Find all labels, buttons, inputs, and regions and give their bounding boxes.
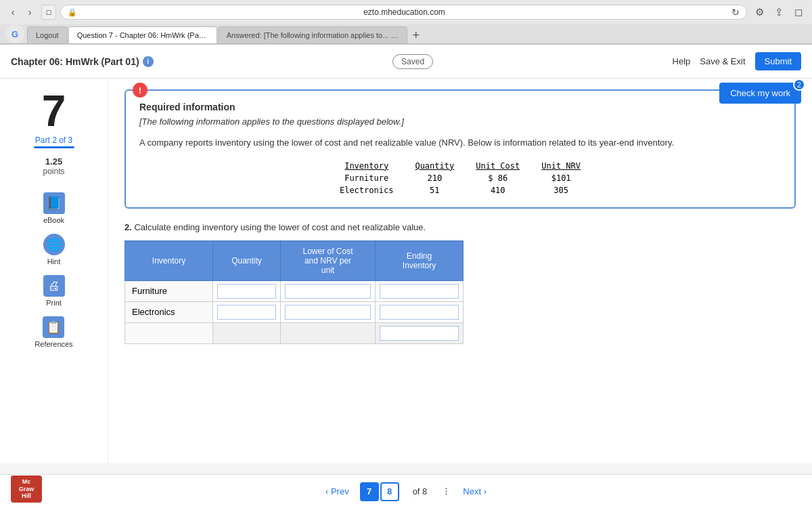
current-page[interactable]: 7 — [360, 482, 379, 501]
cell-total-ending-input[interactable] — [376, 322, 464, 343]
next-button[interactable]: Next › — [463, 486, 487, 496]
points-label: points — [43, 167, 64, 176]
cell-electronics-qty-input[interactable] — [213, 301, 281, 322]
references-label: References — [35, 340, 72, 348]
saved-badge: Saved — [392, 54, 433, 69]
check-my-work-button[interactable]: Check my work 2 — [719, 83, 801, 104]
required-title: Required information — [139, 102, 781, 112]
hint-label: Hint — [47, 257, 61, 266]
share-button[interactable]: ⇪ — [771, 4, 787, 20]
tab-bartleby[interactable]: Answered: [The following information app… — [218, 26, 407, 43]
cell-furniture-nrv: $101 — [531, 172, 591, 184]
question-description: Calculate ending inventory using the low… — [134, 222, 426, 232]
left-sidebar: 7 Part 2 of 3 1.25 points 📘 eBook 🌐 Hint… — [0, 79, 108, 463]
window-button[interactable]: □ — [41, 5, 56, 20]
cell-electronics-cost: 410 — [465, 184, 531, 196]
ebook-tool[interactable]: 📘 eBook — [43, 192, 65, 224]
ebook-label: eBook — [43, 216, 64, 224]
print-tool[interactable]: 🖨 Print — [43, 275, 65, 307]
question-number-label: 2. — [125, 222, 132, 232]
new-tab-button[interactable]: + — [408, 27, 424, 43]
row-total — [125, 322, 464, 343]
bottom-nav: McGrawHill ‹ Prev 7 8 of 8 ⁝ Next › — [0, 474, 812, 508]
back-button[interactable]: ‹ — [5, 5, 20, 20]
print-label: Print — [46, 299, 62, 307]
tab-bar: G Logout Question 7 - Chapter 06: HmWrk … — [0, 24, 812, 44]
cell-furniture-ending-input[interactable] — [376, 280, 464, 301]
part-label: Part 2 of 3 — [35, 135, 72, 145]
page-input-wrap: 7 8 — [360, 482, 399, 501]
hint-tool[interactable]: 🌐 Hint — [43, 234, 65, 266]
info-data-table: Inventory Quantity Unit Cost Unit NRV Fu… — [329, 160, 591, 196]
cell-electronics-qty: 51 — [404, 184, 465, 196]
logo-text: McGrawHill — [19, 478, 35, 500]
label-furniture: Furniture — [125, 280, 213, 301]
info-body-text: A company reports inventory using the lo… — [139, 136, 781, 150]
th-lower-cost: Lower of Costand NRV perunit — [281, 240, 376, 280]
table-row: Furniture 210 $ 86 $101 — [329, 172, 591, 184]
app-header: Chapter 06: HmWrk (Part 01) i Saved Help… — [0, 45, 812, 79]
cell-furniture-cost: $ 86 — [465, 172, 531, 184]
cell-electronics-name: Electronics — [329, 184, 404, 196]
tab-logout[interactable]: Logout — [27, 26, 68, 43]
part-underline — [34, 146, 74, 148]
table-row: Electronics 51 410 305 — [329, 184, 591, 196]
help-button[interactable]: Help — [673, 56, 691, 66]
exclamation-icon: ! — [133, 83, 148, 98]
label-electronics: Electronics — [125, 301, 213, 322]
cell-electronics-lower-input[interactable] — [281, 301, 376, 322]
cell-furniture-name: Furniture — [329, 172, 404, 184]
prev-button[interactable]: ‹ Prev — [325, 486, 349, 496]
grid-icon[interactable]: ⁝ — [445, 485, 448, 498]
col-unit-cost: Unit Cost — [465, 160, 531, 172]
electronics-lower-input[interactable] — [285, 305, 371, 320]
total-ending-input[interactable] — [380, 326, 459, 341]
electronics-ending-input[interactable] — [380, 305, 459, 320]
references-icon: 📋 — [43, 316, 64, 338]
cell-furniture-qty: 210 — [404, 172, 465, 184]
row-electronics: Electronics — [125, 301, 464, 322]
info-box: ! Required information [The following in… — [125, 89, 796, 209]
th-ending: EndingInventory — [376, 240, 464, 280]
electronics-qty-input[interactable] — [217, 305, 276, 320]
question-text: 2. Calculate ending inventory using the … — [125, 222, 796, 232]
extensions-button[interactable]: ⚙ — [751, 4, 767, 20]
cell-total-lower — [281, 322, 376, 343]
forward-button[interactable]: › — [22, 5, 37, 20]
more-button[interactable]: ◻ — [790, 4, 807, 20]
cell-electronics-ending-input[interactable] — [376, 301, 464, 322]
page-of-label: of 8 — [413, 486, 428, 496]
save-exit-button[interactable]: Save & Exit — [700, 56, 745, 66]
check-badge: 2 — [793, 79, 805, 91]
chapter-title: Chapter 06: HmWrk (Part 01) — [11, 56, 139, 67]
address-bar: ezto.mheducation.com — [81, 7, 728, 17]
furniture-qty-input[interactable] — [217, 284, 276, 299]
col-inventory: Inventory — [329, 160, 404, 172]
row-furniture: Furniture — [125, 280, 464, 301]
sidebar-tools: 📘 eBook 🌐 Hint 🖨 Print 📋 References — [8, 192, 99, 348]
th-quantity: Quantity — [213, 240, 281, 280]
furniture-ending-input[interactable] — [380, 284, 459, 299]
label-total — [125, 322, 213, 343]
references-tool[interactable]: 📋 References — [35, 316, 72, 348]
next-page[interactable]: 8 — [380, 482, 399, 501]
mcgraw-hill-logo: McGrawHill — [11, 475, 42, 503]
question-number: 7 — [42, 89, 66, 133]
th-inventory: Inventory — [125, 240, 213, 280]
col-quantity: Quantity — [404, 160, 465, 172]
cell-furniture-lower-input[interactable] — [281, 280, 376, 301]
print-icon: 🖨 — [43, 275, 65, 297]
tab-question[interactable]: Question 7 - Chapter 06: HmWrk (Part 01)… — [68, 26, 217, 43]
col-unit-nrv: Unit NRV — [531, 160, 591, 172]
check-label: Check my work — [730, 88, 790, 98]
cell-electronics-nrv: 305 — [531, 184, 591, 196]
cell-furniture-qty-input[interactable] — [213, 280, 281, 301]
content-area: ! Required information [The following in… — [108, 79, 812, 463]
refresh-button[interactable]: ↻ — [731, 7, 740, 18]
submit-button[interactable]: Submit — [755, 52, 801, 70]
answer-table: Inventory Quantity Lower of Costand NRV … — [125, 240, 464, 344]
furniture-lower-input[interactable] — [285, 284, 371, 299]
info-icon[interactable]: i — [143, 56, 154, 67]
points-value: 1.25 — [45, 156, 62, 167]
hint-icon: 🌐 — [43, 234, 65, 255]
